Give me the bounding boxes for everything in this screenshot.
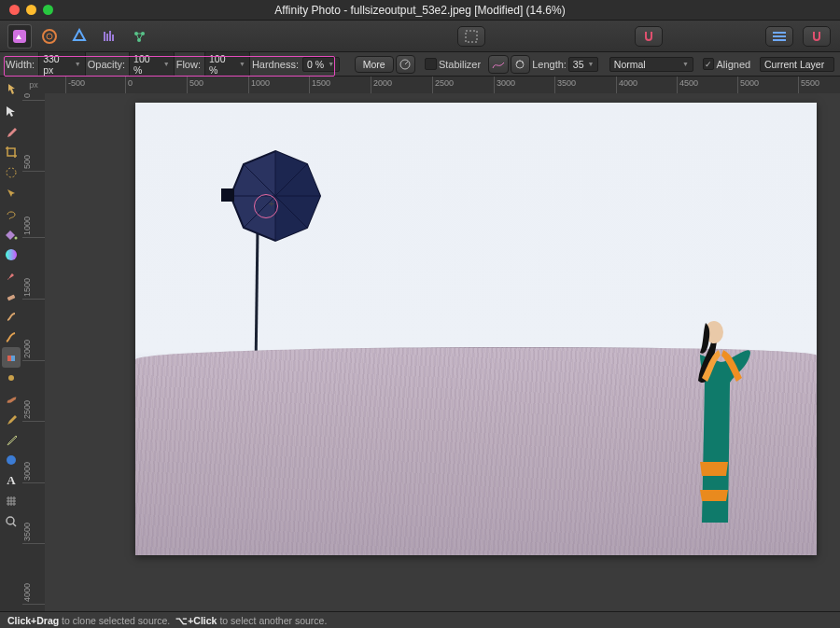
erase-brush-tool[interactable] [2, 286, 21, 306]
opacity-field[interactable]: 100 %▼ [129, 51, 175, 77]
aligned-checkbox[interactable]: ✓ [703, 58, 715, 70]
color-picker-tool[interactable] [2, 121, 21, 142]
brush-width-control[interactable]: Width: 330 px▼ [6, 51, 86, 77]
clone-source-crosshair: + [269, 198, 274, 209]
freehand-select-tool[interactable] [2, 203, 21, 224]
ruler-unit-label[interactable]: px [22, 77, 45, 93]
ruler-h-tick: -500 [65, 77, 85, 93]
window-title: Affinity Photo - fullsizeoutput_53e2.jpe… [0, 4, 840, 17]
stabilizer-label: Stabilizer [439, 59, 481, 70]
window-mode-button[interactable] [511, 55, 531, 74]
vertical-ruler[interactable]: 05001000150020002500300035004000 [22, 93, 45, 611]
ruler-v-tick: 4000 [22, 583, 45, 605]
horizontal-ruler[interactable]: -500050010001500200025003000350040004500… [45, 77, 840, 93]
status-hint-2: ⌥+Click to select another source. [175, 615, 327, 626]
rope-mode-button[interactable] [488, 55, 509, 74]
smudge-brush-tool[interactable] [2, 388, 21, 409]
tone-mapping-persona-button[interactable] [97, 24, 121, 49]
close-window-button[interactable] [9, 5, 20, 15]
ruler-h-tick: 5000 [737, 77, 759, 93]
pen-tool[interactable] [2, 409, 21, 429]
hardness-label: Hardness: [252, 59, 299, 70]
ruler-h-tick: 3000 [494, 77, 515, 93]
length-field[interactable]: 35▼ [568, 57, 598, 72]
ruler-h-tick: 0 [125, 77, 133, 93]
ruler-v-tick: 2000 [22, 340, 45, 361]
svg-point-17 [7, 455, 16, 465]
ruler-h-tick: 5500 [798, 77, 819, 93]
photo-persona-button[interactable] [7, 24, 32, 49]
width-label: Width: [6, 59, 35, 70]
titlebar: Affinity Photo - fullsizeoutput_53e2.jpe… [0, 0, 840, 21]
svg-rect-7 [466, 31, 477, 42]
tools-panel: A [0, 77, 22, 611]
brush-hardness-control[interactable]: Hardness: 0 %▼ [252, 57, 340, 72]
flood-select-tool[interactable] [2, 183, 21, 203]
more-button[interactable]: More [355, 56, 394, 73]
ruler-v-tick: 0 [22, 93, 45, 101]
width-field[interactable]: 330 px▼ [38, 51, 86, 77]
canvas-viewport[interactable]: + [45, 93, 840, 611]
svg-point-1 [43, 30, 56, 43]
view-tool[interactable] [2, 80, 21, 101]
selection-brush-tool[interactable] [2, 162, 21, 183]
ruler-h-tick: 1000 [248, 77, 270, 93]
flow-field[interactable]: 100 %▼ [204, 51, 250, 77]
snapping-button[interactable] [635, 26, 663, 47]
persona-toolbar [0, 21, 840, 52]
source-scope-select[interactable]: Current Layer [760, 57, 834, 72]
force-pixel-alignment-button[interactable] [803, 26, 831, 47]
zoom-tool[interactable] [2, 511, 21, 532]
clone-brush-tool[interactable] [2, 306, 21, 327]
brush-opacity-control[interactable]: Opacity: 100 %▼ [88, 51, 175, 77]
node-tool[interactable] [2, 429, 21, 450]
develop-persona-button[interactable] [67, 24, 91, 49]
document-canvas[interactable]: + [135, 103, 817, 555]
hardness-field[interactable]: 0 %▼ [302, 57, 340, 72]
status-hint-1: Click+Drag to clone selected source. [7, 615, 170, 626]
blend-mode-select[interactable]: Normal▼ [609, 57, 693, 72]
stabilizer-checkbox[interactable] [425, 58, 437, 70]
flood-fill-tool[interactable] [2, 224, 21, 244]
ruler-v-tick: 1500 [22, 278, 45, 300]
ruler-h-tick: 2500 [432, 77, 454, 93]
crop-tool[interactable] [2, 142, 21, 162]
dodge-brush-tool[interactable] [2, 327, 21, 347]
ruler-h-tick: 500 [187, 77, 203, 93]
shape-tool[interactable] [2, 450, 21, 470]
status-bar: Click+Drag to clone selected source. ⌥+C… [0, 611, 840, 628]
text-tool[interactable]: A [2, 470, 21, 491]
liquify-persona-button[interactable] [37, 24, 62, 49]
ruler-v-tick: 3000 [22, 462, 45, 483]
marquee-toggle-button[interactable] [457, 26, 485, 47]
ruler-v-tick: 2500 [22, 400, 45, 422]
opacity-label: Opacity: [88, 59, 125, 70]
ruler-v-tick: 500 [22, 155, 45, 172]
gradient-tool[interactable] [2, 244, 21, 265]
blur-brush-tool[interactable] [2, 368, 21, 388]
ruler-v-tick: 3500 [22, 523, 45, 544]
move-tool[interactable] [2, 101, 21, 121]
work-area: A px -5000500100015002000250030003500400… [0, 77, 840, 611]
context-toolbar: Width: 330 px▼ Opacity: 100 %▼ Flow: 100… [0, 52, 840, 77]
svg-point-12 [6, 249, 17, 260]
svg-point-16 [8, 375, 14, 381]
minimize-window-button[interactable] [26, 5, 36, 15]
export-persona-button[interactable] [127, 24, 151, 49]
window-controls [0, 5, 53, 15]
ruler-h-tick: 1500 [309, 77, 330, 93]
ruler-h-tick: 2000 [371, 77, 392, 93]
paint-brush-tool[interactable] [2, 265, 21, 286]
ruler-h-tick: 4000 [616, 77, 637, 93]
brush-flow-control[interactable]: Flow: 100 %▼ [176, 51, 250, 77]
aligned-label: Aligned [716, 59, 750, 70]
svg-point-11 [15, 237, 18, 240]
ruler-h-tick: 3500 [554, 77, 576, 93]
svg-marker-3 [74, 30, 85, 40]
length-label: Length: [532, 59, 567, 70]
pressure-toggle-button[interactable] [396, 55, 416, 74]
inpainting-brush-tool[interactable] [2, 347, 21, 368]
mesh-warp-tool[interactable] [2, 491, 21, 511]
view-list-button[interactable] [765, 26, 793, 47]
maximize-window-button[interactable] [43, 5, 53, 15]
